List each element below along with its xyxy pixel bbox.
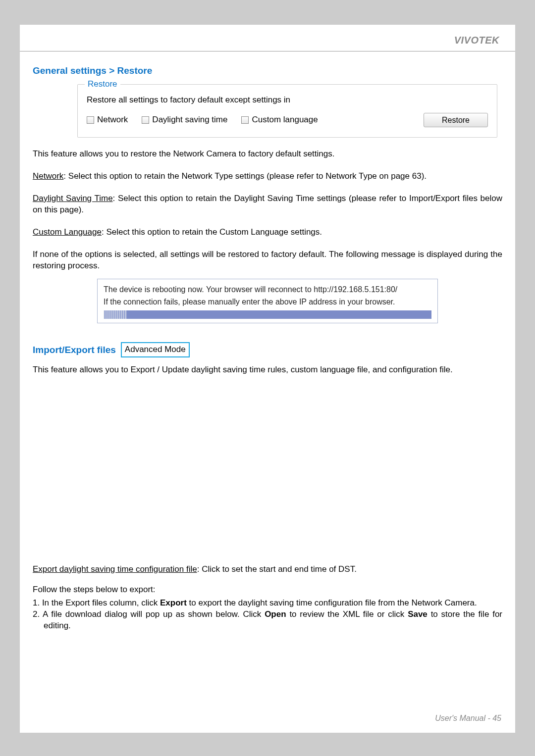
step-bold: Export <box>160 598 187 607</box>
section-title-import-export: Import/Export files Advanced Mode <box>33 342 502 357</box>
checkbox-dst[interactable]: Daylight saving time <box>142 114 227 126</box>
paragraph-follow: Follow the steps below to export: <box>33 584 502 596</box>
label-underline: Network <box>33 171 63 181</box>
step-text: 1. In the Export files column, click <box>33 598 160 607</box>
checkbox-icon <box>142 116 149 124</box>
checkbox-custom-language[interactable]: Custom language <box>241 114 318 126</box>
body-text: : Click to set the start and end time of… <box>197 564 357 574</box>
label-underline: Custom Language <box>33 227 102 237</box>
restore-fieldset: Restore Restore all settings to factory … <box>77 84 497 138</box>
paragraph-network: Network: Select this option to retain th… <box>33 171 502 182</box>
reboot-line-1: The device is rebooting now. Your browse… <box>104 284 431 295</box>
checkbox-label: Network <box>97 114 128 126</box>
paragraph-export-dst: Export daylight saving time configuratio… <box>33 564 502 575</box>
progress-bar <box>104 310 431 319</box>
step-text: to review the XML file or click <box>286 609 408 619</box>
paragraph-intro: This feature allows you to restore the N… <box>33 149 502 160</box>
reboot-line-2: If the connection fails, please manually… <box>104 297 431 307</box>
page-header: VIVOTEK <box>20 25 515 51</box>
checkbox-label: Daylight saving time <box>152 114 227 126</box>
step-bold: Open <box>265 609 286 619</box>
export-steps-list: 1. In the Export files column, click Exp… <box>33 598 502 632</box>
document-page: VIVOTEK General settings > Restore Resto… <box>20 25 515 733</box>
advanced-mode-badge: Advanced Mode <box>121 342 190 357</box>
fieldset-legend: Restore <box>85 79 120 90</box>
paragraph-dst: Daylight Saving Time: Select this option… <box>33 193 502 216</box>
restore-description: Restore all settings to factory default … <box>87 95 488 106</box>
progress-fill <box>104 310 126 319</box>
label-underline: Daylight Saving Time <box>33 194 113 203</box>
section2-label: Import/Export files <box>33 344 116 356</box>
checkbox-label: Custom language <box>252 114 318 126</box>
checkbox-icon <box>241 116 249 124</box>
paragraph-ie-intro: This feature allows you to Export / Upda… <box>33 364 502 376</box>
body-text: : Select this option to retain the Custo… <box>102 227 322 237</box>
checkbox-network[interactable]: Network <box>87 114 128 126</box>
page-footer: User's Manual - 45 <box>435 713 501 724</box>
paragraph-lang: Custom Language: Select this option to r… <box>33 227 502 238</box>
step-text: 2. A file download dialog will pop up as… <box>33 609 265 619</box>
checkbox-icon <box>87 116 94 124</box>
list-item: 1. In the Export files column, click Exp… <box>33 598 502 609</box>
label-underline: Export daylight saving time configuratio… <box>33 564 197 574</box>
section-title-restore: General settings > Restore <box>33 64 502 77</box>
restore-options-row: Network Daylight saving time Custom lang… <box>87 113 488 128</box>
brand-label: VIVOTEK <box>454 35 499 46</box>
step-bold: Save <box>408 609 428 619</box>
page-content: General settings > Restore Restore Resto… <box>20 51 515 631</box>
restore-button[interactable]: Restore <box>424 113 488 128</box>
paragraph-none: If none of the options is selected, all … <box>33 249 502 272</box>
step-text: to export the daylight saving time confi… <box>187 598 477 607</box>
reboot-message-box: The device is rebooting now. Your browse… <box>97 279 438 323</box>
body-text: : Select this option to retain the Netwo… <box>63 171 427 181</box>
list-item: 2. A file download dialog will pop up as… <box>33 609 502 632</box>
